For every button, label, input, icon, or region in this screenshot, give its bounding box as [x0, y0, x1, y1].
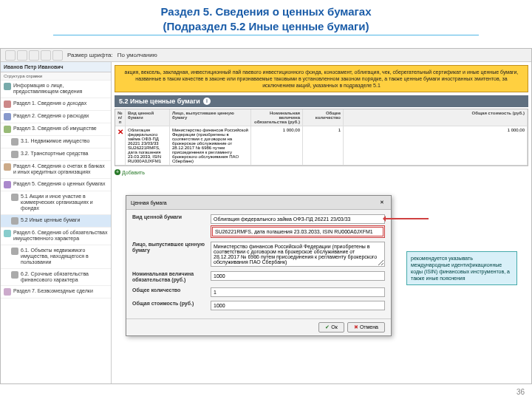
th: Общая стоимость (руб.) [344, 109, 528, 126]
row-delete[interactable]: ✕ [115, 126, 126, 165]
tree-icon [4, 163, 11, 171]
tree-label: 5.1 Акции и иное участие в коммерческих … [21, 194, 108, 212]
table-header: № п/п Вид ценной бумаги Лицо, выпустивше… [115, 109, 528, 126]
sidebar-item[interactable]: 5.1 Акции и иное участие в коммерческих … [1, 191, 111, 215]
cell-type: Облигация федерального займа ОФЗ-ПД 2622… [126, 126, 170, 165]
cell-qty: 1 [303, 126, 344, 165]
total-input[interactable] [211, 301, 385, 310]
close-icon[interactable]: ✕ [378, 198, 386, 207]
sidebar-item[interactable]: Раздел 1. Сведения о доходах [1, 98, 111, 111]
cancel-button[interactable]: ✖Отмена [347, 322, 385, 332]
tree-icon [11, 217, 18, 225]
field-label-qty: Общее количество [132, 287, 206, 293]
font-size-label: Размер шрифта: [67, 52, 113, 58]
type-input-2[interactable] [212, 227, 383, 236]
tree-icon [11, 151, 18, 158]
field-label-total: Общая стоимость (руб.) [132, 301, 206, 307]
toolbar-icon[interactable] [41, 50, 51, 61]
tree-icon [4, 83, 11, 90]
th: № п/п [115, 109, 126, 126]
plus-icon: + [115, 169, 120, 175]
add-button[interactable]: + Добавить [115, 169, 528, 175]
info-icon[interactable]: i [203, 98, 211, 105]
add-label: Добавить [122, 170, 145, 175]
toolbar: Размер шрифта: По умолчанию [1, 49, 531, 62]
tree-label: 6.2. Срочные обязательства финансового х… [21, 271, 108, 284]
callout-box: рекомендуется указывать международные ид… [406, 251, 517, 285]
tree-label: Раздел 7. Безвозмездные сделки [13, 288, 108, 294]
tree-label: 5.2 Иные ценные бумаги [21, 217, 108, 223]
section-title: 5.2 Иные ценные бумаги i [115, 95, 528, 107]
sidebar-item[interactable]: Информация о лице, предоставляющем сведе… [1, 81, 111, 98]
sidebar-item[interactable]: 5.2 Иные ценные бумаги [1, 215, 111, 228]
dialog-title: Ценная бумага [131, 200, 167, 205]
tree-label: Раздел 3. Сведения об имуществе [13, 126, 108, 132]
sidebar-item[interactable]: Раздел 3. Сведения об имуществе [1, 123, 111, 136]
tree-icon [4, 230, 11, 237]
tree-label: Раздел 2. Сведения о расходах [13, 113, 108, 119]
title-line1: Раздел 5. Сведения о ценных бумагах [0, 4, 532, 19]
tree-icon [4, 113, 11, 120]
tree-icon [11, 248, 18, 255]
securities-table: № п/п Вид ценной бумаги Лицо, выпустивше… [115, 109, 528, 166]
th: Лицо, выпустившее ценную бумагу [170, 109, 251, 126]
info-banner: акция, вексель, закладная, инвестиционны… [115, 65, 528, 92]
qty-input[interactable] [211, 287, 385, 297]
annotation-arrow [384, 218, 429, 219]
tree-label: Информация о лице, предоставляющем сведе… [13, 83, 108, 95]
sidebar-item[interactable]: 6.1. Объекты недвижимого имущества, нахо… [1, 245, 111, 269]
sidebar: Иванов Петр Иванович Структура справки И… [1, 62, 112, 383]
table-row[interactable]: ✕ Облигация федерального займа ОФЗ-ПД 26… [115, 126, 528, 166]
toolbar-icon[interactable] [52, 50, 63, 61]
th: Номинальная величина обязательства (руб.… [251, 109, 303, 126]
font-size-value: По умолчанию [117, 52, 157, 58]
slide-title: Раздел 5. Сведения о ценных бумагах (Под… [0, 0, 532, 37]
tree-icon [4, 126, 11, 133]
cell-total: 1 000,00 [344, 126, 528, 165]
tree-icon [4, 288, 11, 296]
delete-icon[interactable]: ✕ [117, 128, 123, 136]
nominal-input[interactable] [211, 271, 385, 281]
tree-label: 3.1. Недвижимое имущество [21, 138, 108, 144]
sidebar-item[interactable]: 6.2. Срочные обязательства финансового х… [1, 269, 111, 287]
th: Общее количество [303, 109, 344, 126]
tree-icon [11, 194, 18, 201]
sidebar-item[interactable]: Раздел 4. Сведения о счетах в банках и и… [1, 161, 111, 179]
edit-dialog: Ценная бумага ✕ Вид ценной бумаги Лицо, … [126, 195, 392, 336]
sidebar-item[interactable]: Раздел 6. Сведения об обязательствах иму… [1, 228, 111, 245]
type-input-1[interactable] [211, 214, 385, 224]
sidebar-item[interactable]: 3.1. Недвижимое имущество [1, 136, 111, 149]
section-title-text: 5.2 Иные ценные бумаги [119, 98, 200, 105]
sidebar-item[interactable]: Раздел 7. Безвозмездные сделки [1, 286, 111, 299]
tree-label: Раздел 6. Сведения об обязательствах иму… [13, 230, 108, 242]
toolbar-icon[interactable] [29, 50, 39, 61]
cell-nominal: 1 000,00 [251, 126, 303, 165]
field-label-issuer: Лицо, выпустившее ценную бумагу [132, 242, 206, 254]
tree-label: Раздел 4. Сведения о счетах в банках и и… [13, 163, 108, 176]
tree-label: Раздел 5. Сведения о ценных бумагах [13, 181, 108, 187]
page-number: 36 [516, 388, 525, 396]
tree-icon [11, 271, 18, 279]
dialog-titlebar[interactable]: Ценная бумага ✕ [126, 196, 391, 210]
ok-button[interactable]: ✔Ок [318, 322, 344, 332]
toolbar-icon[interactable] [5, 50, 16, 61]
issuer-input[interactable] [211, 242, 385, 267]
field-label-type: Вид ценной бумаги [132, 214, 206, 220]
sidebar-item[interactable]: Раздел 5. Сведения о ценных бумагах [1, 179, 111, 191]
title-line2: (Подраздел 5.2 Иные ценные бумаги) [0, 19, 532, 34]
th: Вид ценной бумаги [126, 109, 170, 126]
tree-label: 6.1. Объекты недвижимого имущества, нахо… [21, 248, 108, 266]
sidebar-person: Иванов Петр Иванович [1, 62, 111, 72]
sidebar-subtitle: Структура справки [1, 72, 111, 81]
field-label-nominal: Номинальная величина обязательства (руб.… [132, 271, 206, 284]
sidebar-item[interactable]: Раздел 2. Сведения о расходах [1, 111, 111, 123]
toolbar-icon[interactable] [17, 50, 27, 61]
tree-label: 3.2. Транспортные средства [21, 151, 108, 157]
tree-icon [4, 181, 11, 188]
tree-icon [4, 100, 11, 108]
cell-issuer: Министерство финансов Российской Федерац… [170, 126, 251, 165]
sidebar-item[interactable]: 3.2. Транспортные средства [1, 149, 111, 161]
tree-label: Раздел 1. Сведения о доходах [13, 100, 108, 106]
tree-icon [11, 138, 18, 146]
